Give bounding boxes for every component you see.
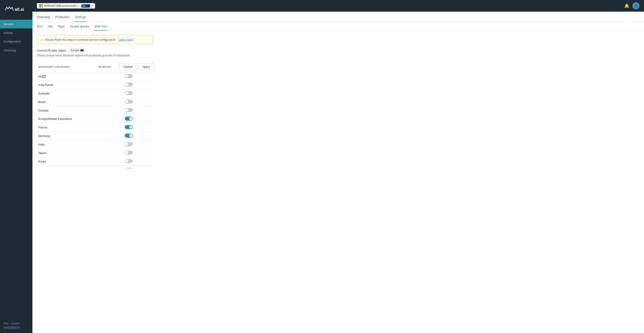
location-cell: Japan: [37, 149, 124, 157]
cancel-button[interactable]: Cancel: [120, 63, 137, 70]
col-header-locations: MICROSOFT LOCATIONS: [37, 62, 96, 72]
locations-data-table: All ▣Asia-PacificAustraliaBrazilCanadaEu…: [37, 72, 156, 169]
svg-rect-3: [39, 6, 41, 8]
tab-protection[interactable]: Protection: [55, 12, 69, 22]
action-buttons: Cancel Apply: [120, 63, 154, 70]
sidebar-item-configuration[interactable]: Configuration: [0, 37, 32, 46]
table-row: Brazil: [37, 98, 156, 106]
sub-tab-access-groups[interactable]: Access groups: [70, 22, 89, 31]
microsoft-icon: [39, 4, 43, 8]
locations-table: MICROSOFT LOCATIONS AFI EU DC Cancel Ap: [37, 62, 156, 72]
main-area: M365x827498.onmicrosoft.c... EU 🇪🇺 ▾ 🔔 👤…: [32, 0, 644, 333]
table-row: All ▣: [37, 72, 156, 81]
dc-toggle-cell: [124, 166, 149, 169]
sidebar-item-licensing[interactable]: Licensing: [0, 46, 32, 55]
location-cell: Australia: [37, 89, 124, 98]
table-row: France: [37, 123, 156, 132]
location-cell: Asia-Pacific: [37, 81, 124, 89]
dc-toggle-cell: [124, 140, 149, 149]
info-banner: ⚠ Please finish this step to continue se…: [37, 35, 153, 44]
toggle-europe/middle-east/africa[interactable]: [125, 117, 133, 121]
region-description: Please choose which Microsoft regions wi…: [37, 54, 640, 57]
sub-tab-sla[interactable]: SLA: [37, 22, 42, 31]
toggle-asia-pacific[interactable]: [125, 83, 133, 87]
location-cell: Brazil: [37, 98, 124, 106]
toggle-brazil[interactable]: [125, 100, 133, 104]
table-row: Korea: [37, 157, 156, 166]
table-container[interactable]: All ▣Asia-PacificAustraliaBrazilCanadaEu…: [37, 72, 194, 169]
dc-toggle-cell: [124, 106, 149, 115]
table-row: Australia: [37, 89, 156, 98]
learn-more-link[interactable]: Learn more: [118, 38, 133, 41]
svg-text:afi.ai: afi.ai: [15, 7, 24, 12]
table-row: Canada: [37, 106, 156, 115]
topbar: M365x827498.onmicrosoft.c... EU 🇪🇺 ▾ 🔔 👤: [32, 0, 644, 12]
location-cell: India: [37, 140, 124, 149]
svg-rect-4: [41, 6, 43, 8]
dc-toggle-cell: [124, 123, 149, 132]
dc-toggle-cell: [124, 81, 149, 89]
toggle-germany[interactable]: [125, 134, 133, 138]
table-row: Asia-Pacific: [37, 81, 156, 89]
info-banner-text: Please finish this step to continue serv…: [45, 38, 116, 41]
tenant-selector[interactable]: M365x827498.onmicrosoft.c... EU 🇪🇺 ▾: [37, 3, 95, 9]
table-row: India: [37, 140, 156, 149]
toggle-france[interactable]: [125, 125, 133, 129]
support-email-link[interactable]: support@afi.ai: [4, 326, 20, 328]
toggle-north-america[interactable]: [125, 168, 133, 169]
tab-overview[interactable]: Overview: [37, 12, 50, 22]
sub-tab-apps[interactable]: Apps: [58, 22, 64, 31]
toggle-korea[interactable]: [125, 159, 133, 163]
dc-toggle-cell: [124, 72, 149, 81]
sidebar: afi.ai Service Activity Configuration Li…: [0, 0, 32, 333]
col-header-dc: AFI EU DC: [96, 62, 118, 72]
sub-tabs: SLA Info Apps Access groups Multi-Geo: [32, 22, 644, 31]
main-tabs: Overview Protection Settings: [32, 12, 644, 22]
region-row: Current Afi data region: Europe 🇪🇺: [37, 48, 640, 53]
toggle-australia[interactable]: [125, 91, 133, 95]
col-header-actions: Cancel Apply: [118, 62, 156, 72]
topbar-left: M365x827498.onmicrosoft.c... EU 🇪🇺 ▾: [37, 3, 95, 9]
location-cell: North America: [37, 166, 124, 169]
sidebar-nav: Service Activity Configuration Licensing: [0, 20, 32, 318]
region-label: Current Afi data region:: [37, 49, 67, 52]
sidebar-item-activity[interactable]: Activity: [0, 29, 32, 37]
dc-toggle-cell: [124, 89, 149, 98]
notification-bell-icon[interactable]: 🔔: [624, 3, 629, 8]
location-cell: Canada: [37, 106, 124, 115]
sidebar-item-service[interactable]: Service: [0, 20, 32, 29]
sidebar-footer: Help Support support@afi.ai: [0, 318, 32, 333]
toggle-india[interactable]: [125, 142, 133, 146]
dc-toggle-cell: [124, 98, 149, 106]
tab-settings[interactable]: Settings: [75, 12, 86, 22]
chevron-down-icon: ▾: [92, 5, 93, 8]
svg-rect-1: [39, 4, 41, 6]
content-area: Overview Protection Settings SLA Info Ap…: [32, 12, 644, 333]
location-cell: Europe/Middle East/Africa: [37, 115, 124, 123]
all-icon: ▣: [42, 75, 46, 78]
location-cell: Germany: [37, 132, 124, 140]
dc-toggle-cell: [124, 115, 149, 123]
europe-badge: Europe 🇪🇺: [69, 48, 86, 53]
sub-tab-multi-geo[interactable]: Multi-Geo: [94, 22, 107, 31]
page-content: ⚠ Please finish this step to continue se…: [32, 31, 644, 173]
dc-toggle-cell: [124, 149, 149, 157]
table-row: Germany: [37, 132, 156, 140]
table-row: Europe/Middle East/Africa: [37, 115, 156, 123]
toggle-japan[interactable]: [125, 151, 133, 155]
sub-tab-info[interactable]: Info: [48, 22, 53, 31]
dc-toggle-cell: [124, 157, 149, 166]
table-row: North America: [37, 166, 156, 169]
apply-button[interactable]: Apply: [138, 63, 154, 70]
svg-rect-2: [41, 4, 43, 6]
avatar[interactable]: 👤: [632, 2, 640, 10]
toggle-canada[interactable]: [125, 108, 133, 112]
toggle-all[interactable]: [125, 74, 133, 78]
warning-icon: ⚠: [40, 38, 43, 42]
topbar-right: 🔔 👤: [624, 2, 640, 10]
logo: afi.ai: [0, 0, 32, 20]
table-row: Japan: [37, 149, 156, 157]
location-cell: Korea: [37, 157, 124, 166]
eu-badge: EU 🇪🇺: [82, 4, 90, 8]
dc-toggle-cell: [124, 132, 149, 140]
